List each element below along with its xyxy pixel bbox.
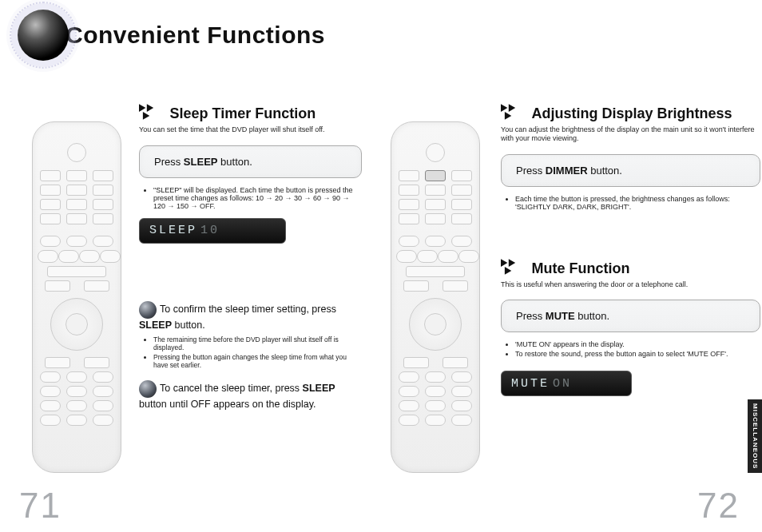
- sleep-note-1: "SLEEP" will be displayed. Each time the…: [153, 186, 362, 210]
- stepB-prefix: Press: [516, 310, 546, 322]
- instr-cancel-sleep: To cancel the sleep timer, press SLEEP b…: [139, 380, 362, 411]
- section-dimmer-title: Adjusting Display Brightness: [531, 105, 732, 121]
- remote-illustration-left: [32, 121, 121, 473]
- dimmer-note-1: Each time the button is pressed, the bri…: [515, 195, 760, 211]
- stepA-suffix: button.: [588, 165, 622, 177]
- instr1-mid: confirm the sleep timer setting, press: [173, 304, 336, 315]
- to-label: To: [160, 304, 173, 315]
- svg-marker-6: [501, 259, 507, 267]
- step-text-prefix: Press: [154, 156, 184, 168]
- lcd-sleep-text: SLEEP: [149, 224, 197, 237]
- arrow-bullet-icon: [501, 259, 523, 275]
- sphere-bullet-icon: [139, 380, 157, 398]
- step-text-suffix: button.: [217, 156, 252, 168]
- section-mute-title: Mute Function: [531, 260, 629, 276]
- instr1-note-2: Pressing the button again changes the sl…: [153, 353, 362, 369]
- svg-marker-5: [505, 112, 511, 120]
- section-sleep-title: Sleep Timer Function: [169, 105, 316, 121]
- instr1-bold: SLEEP: [139, 320, 172, 331]
- instr1-notes: The remaining time before the DVD player…: [139, 335, 362, 369]
- step-text-bold: SLEEP: [184, 156, 218, 168]
- svg-marker-8: [505, 267, 511, 275]
- svg-marker-7: [509, 259, 515, 267]
- section-dimmer-sub: You can adjust the brightness of the dis…: [501, 125, 760, 143]
- page-71: Sleep Timer Function You can set the tim…: [0, 88, 370, 487]
- stepA-prefix: Press: [516, 165, 546, 177]
- side-tab-miscellaneous: MISCELLANEOUS: [748, 399, 762, 473]
- instr1-end: button.: [172, 320, 205, 331]
- section-mute-header: Mute Function This is useful when answer…: [501, 259, 760, 289]
- right-content: Adjusting Display Brightness You can adj…: [501, 104, 760, 396]
- svg-marker-0: [139, 104, 145, 112]
- lcd-mute: MUTE ON: [501, 371, 632, 396]
- section-dimmer-header: Adjusting Display Brightness You can adj…: [501, 104, 760, 143]
- arrow-bullet-icon: [139, 104, 161, 120]
- stepB-bold: MUTE: [546, 310, 575, 322]
- mute-notes: 'MUTE ON' appears in the display. To res…: [501, 340, 760, 358]
- step-press-mute: Press MUTE button.: [501, 300, 760, 332]
- page-header: Convenient Functions: [18, 10, 325, 61]
- section-mute-sub: This is useful when answering the door o…: [501, 280, 760, 289]
- arrow-bullet-icon: [501, 104, 523, 120]
- svg-marker-1: [147, 104, 153, 112]
- stepA-bold: DIMMER: [546, 165, 588, 177]
- instr2-mid: cancel the sleep timer, press: [173, 383, 303, 394]
- section-sleep-sub: You can set the time that the DVD player…: [139, 125, 362, 134]
- remote-illustration-right: [391, 121, 480, 473]
- instr2-bold: SLEEP: [303, 383, 335, 394]
- svg-marker-4: [509, 104, 515, 112]
- to-label2: To: [160, 383, 173, 394]
- header-orb-icon: [18, 10, 69, 61]
- stepB-suffix: button.: [575, 310, 609, 322]
- svg-marker-3: [501, 104, 507, 112]
- mute-note-2: To restore the sound, press the button a…: [515, 350, 760, 358]
- page-number-right: 72: [697, 486, 740, 526]
- instr2-end: button until OFF appears on the display.: [139, 399, 316, 410]
- dimmer-notes: Each time the button is pressed, the bri…: [501, 195, 760, 211]
- step-press-dimmer: Press DIMMER button.: [501, 154, 760, 187]
- instr-confirm-sleep: To confirm the sleep timer setting, pres…: [139, 301, 362, 332]
- page-title: Convenient Functions: [65, 22, 325, 49]
- instr1-note-1: The remaining time before the DVD player…: [153, 335, 362, 351]
- left-content: Sleep Timer Function You can set the tim…: [139, 104, 362, 411]
- lcd-mute-text: MUTE: [511, 377, 550, 391]
- sphere-bullet-icon: [139, 301, 157, 319]
- lcd-sleep: SLEEP 10: [139, 218, 286, 244]
- page-spread: Sleep Timer Function You can set the tim…: [0, 88, 762, 487]
- section-sleep-header: Sleep Timer Function You can set the tim…: [139, 104, 362, 134]
- step-press-sleep: Press SLEEP button.: [139, 145, 362, 178]
- lcd-sleep-value: 10: [200, 224, 220, 237]
- sleep-notes: "SLEEP" will be displayed. Each time the…: [139, 186, 362, 210]
- svg-marker-2: [143, 112, 149, 120]
- lcd-mute-value: ON: [553, 377, 572, 391]
- page-number-left: 71: [19, 486, 62, 526]
- mute-note-1: 'MUTE ON' appears in the display.: [515, 340, 760, 348]
- page-72: Adjusting Display Brightness You can adj…: [370, 88, 762, 487]
